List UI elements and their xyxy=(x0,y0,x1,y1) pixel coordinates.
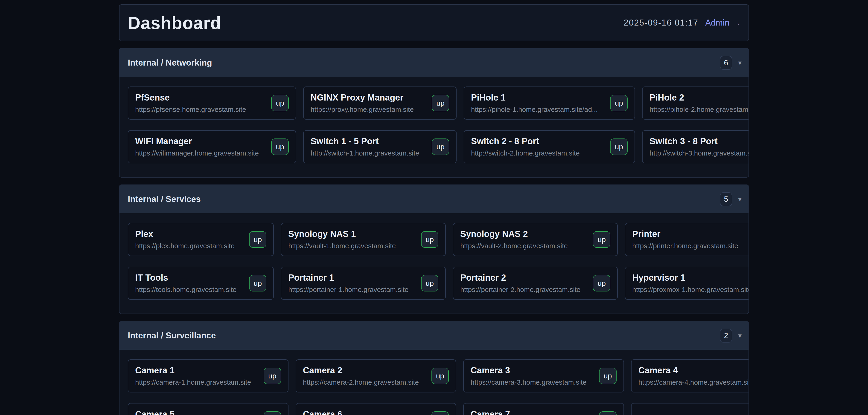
group-header[interactable]: Internal / Networking 6 ▾ xyxy=(120,48,748,77)
status-badge: up xyxy=(610,138,628,155)
group-header[interactable]: Internal / Services 5 ▾ xyxy=(120,185,748,213)
monitor-url: http://switch-1.home.gravestam.site xyxy=(311,149,419,157)
monitor-card[interactable]: Camera 5 up xyxy=(128,403,288,415)
monitor-card[interactable]: Switch 1 - 5 Port http://switch-1.home.g… xyxy=(303,130,457,163)
section-title: Internal / Services xyxy=(128,195,201,204)
monitor-name: Synology NAS 1 xyxy=(288,229,408,239)
monitor-card[interactable]: Camera 4 https://camera-4.home.gravestam… xyxy=(631,359,749,392)
monitor-card[interactable]: Synology NAS 1 https://vault-1.home.grav… xyxy=(281,223,446,256)
monitor-url: https://plex.home.gravestam.site xyxy=(135,242,237,250)
monitor-card[interactable]: Hypervisor 1 https://proxmox-1.home.grav… xyxy=(625,267,749,300)
monitor-name: IT Tools xyxy=(135,273,237,283)
section-title: Internal / Surveillance xyxy=(128,331,216,341)
status-badge: up xyxy=(264,411,281,415)
monitor-url: https://portainer-1.home.gravestam.site xyxy=(288,286,408,293)
monitor-url: https://pihole-1.home.gravestam.site/ad.… xyxy=(471,106,598,113)
section-grid: PfSense https://pfsense.home.gravestam.s… xyxy=(120,77,748,177)
monitor-name: WiFi Manager xyxy=(135,136,259,146)
monitor-name xyxy=(639,410,749,415)
group-header-controls: 6 ▾ xyxy=(720,56,742,70)
section-count-badge: 5 xyxy=(720,192,732,206)
monitor-url: https://wifimanager.home.gravestam.site xyxy=(135,149,259,157)
monitor-group: Internal / Surveillance 2 ▾ Camera 1 htt… xyxy=(119,321,749,415)
page-title: Dashboard xyxy=(128,13,221,33)
arrow-right-icon: → xyxy=(732,18,741,28)
monitor-name: Camera 7 xyxy=(471,410,587,415)
status-page: Dashboard 2025-09-16 01:17 Admin→ Intern… xyxy=(119,0,749,415)
status-badge: up xyxy=(593,275,610,291)
sections: Internal / Networking 6 ▾ PfSense https:… xyxy=(119,48,749,415)
monitor-name: Camera 6 xyxy=(303,410,419,415)
monitor-card[interactable]: Camera 6 up xyxy=(296,403,456,415)
monitor-card[interactable]: NGINX Proxy Manager https://proxy.home.g… xyxy=(303,87,457,119)
monitor-card[interactable]: Camera 1 https://camera-1.home.gravestam… xyxy=(128,359,288,392)
header-right: 2025-09-16 01:17 Admin→ xyxy=(624,18,741,28)
status-badge: up xyxy=(432,138,449,155)
collapse-caret-icon[interactable]: ▾ xyxy=(738,332,742,339)
monitor-name: PfSense xyxy=(135,93,259,103)
monitor-name: NGINX Proxy Manager xyxy=(311,93,419,103)
monitor-name: PiHole 1 xyxy=(471,93,598,103)
monitor-name: Switch 2 - 8 Port xyxy=(471,136,598,146)
monitor-card[interactable]: Switch 2 - 8 Port http://switch-2.home.g… xyxy=(464,130,635,163)
status-badge: up xyxy=(249,231,267,248)
status-badge: up xyxy=(599,368,617,384)
monitor-url: https://vault-1.home.gravestam.site xyxy=(288,242,408,250)
monitor-card[interactable]: WiFi Manager https://wifimanager.home.gr… xyxy=(128,130,296,163)
monitor-url: http://switch-2.home.gravestam.site xyxy=(471,149,598,157)
status-badge: up xyxy=(249,275,267,291)
monitor-card[interactable]: PiHole 1 https://pihole-1.home.gravestam… xyxy=(464,87,635,119)
monitor-card[interactable]: Portainer 2 https://portainer-2.home.gra… xyxy=(453,267,618,300)
monitor-name: Hypervisor 1 xyxy=(632,273,749,283)
status-badge: up xyxy=(421,231,439,248)
monitor-url: https://portainer-2.home.gravestam.site xyxy=(460,286,581,293)
monitor-group: Internal / Networking 6 ▾ PfSense https:… xyxy=(119,48,749,178)
status-badge: up xyxy=(431,411,449,415)
monitor-card[interactable]: Camera 3 https://camera-3.home.gravestam… xyxy=(463,359,624,392)
monitor-card[interactable]: Switch 3 - 8 Port http://switch-3.home.g… xyxy=(642,130,749,163)
monitor-name: Printer xyxy=(632,229,749,239)
monitor-name: Switch 1 - 5 Port xyxy=(311,136,419,146)
monitor-card[interactable]: Camera 7 up xyxy=(463,403,624,415)
monitor-card[interactable]: Printer https://printer.home.gravestam.s… xyxy=(625,223,749,256)
status-badge: up xyxy=(432,95,449,111)
monitor-name: PiHole 2 xyxy=(650,93,749,103)
monitor-card[interactable]: PiHole 2 https://pihole-2.home.gravestam… xyxy=(642,87,749,119)
group-header-controls: 5 ▾ xyxy=(720,192,742,206)
page-header: Dashboard 2025-09-16 01:17 Admin→ xyxy=(119,4,749,41)
clock: 2025-09-16 01:17 xyxy=(624,18,698,28)
monitor-url: https://camera-1.home.gravestam.site xyxy=(135,378,251,386)
monitor-url: https://vault-2.home.gravestam.site xyxy=(460,242,581,250)
monitor-url: https://printer.home.gravestam.site xyxy=(632,242,749,250)
group-header-controls: 2 ▾ xyxy=(720,329,742,343)
monitor-url: https://pfsense.home.gravestam.site xyxy=(135,106,259,113)
monitor-url: https://pihole-2.home.gravestam.site/ad.… xyxy=(650,106,749,113)
monitor-url: https://proxmox-1.home.gravestam.site xyxy=(632,286,749,293)
monitor-group: Internal / Services 5 ▾ Plex https://ple… xyxy=(119,184,749,314)
section-title: Internal / Networking xyxy=(128,58,212,68)
collapse-caret-icon[interactable]: ▾ xyxy=(738,196,742,203)
status-badge: up xyxy=(593,231,610,248)
admin-link[interactable]: Admin→ xyxy=(705,18,741,28)
monitor-url: http://switch-3.home.gravestam.site xyxy=(650,149,749,157)
section-count-badge: 2 xyxy=(720,329,732,343)
section-grid: Camera 1 https://camera-1.home.gravestam… xyxy=(120,350,748,415)
status-badge: up xyxy=(421,275,439,291)
monitor-name: Portainer 2 xyxy=(460,273,581,283)
monitor-card[interactable]: Portainer 1 https://portainer-1.home.gra… xyxy=(281,267,446,300)
monitor-card[interactable]: PfSense https://pfsense.home.gravestam.s… xyxy=(128,87,296,119)
monitor-name: Camera 2 xyxy=(303,366,419,375)
monitor-card[interactable]: Plex https://plex.home.gravestam.site up xyxy=(128,223,274,256)
status-badge: up xyxy=(431,368,449,384)
monitor-card[interactable] xyxy=(631,403,749,415)
monitor-url: https://camera-3.home.gravestam.site xyxy=(471,378,587,386)
group-header[interactable]: Internal / Surveillance 2 ▾ xyxy=(120,321,748,350)
section-grid: Plex https://plex.home.gravestam.site up… xyxy=(120,213,748,314)
collapse-caret-icon[interactable]: ▾ xyxy=(738,59,742,66)
monitor-card[interactable]: IT Tools https://tools.home.gravestam.si… xyxy=(128,267,274,300)
monitor-url: https://tools.home.gravestam.site xyxy=(135,286,237,293)
monitor-card[interactable]: Synology NAS 2 https://vault-2.home.grav… xyxy=(453,223,618,256)
monitor-url: https://camera-2.home.gravestam.site xyxy=(303,378,419,386)
monitor-name: Camera 3 xyxy=(471,366,587,375)
monitor-card[interactable]: Camera 2 https://camera-2.home.gravestam… xyxy=(296,359,456,392)
